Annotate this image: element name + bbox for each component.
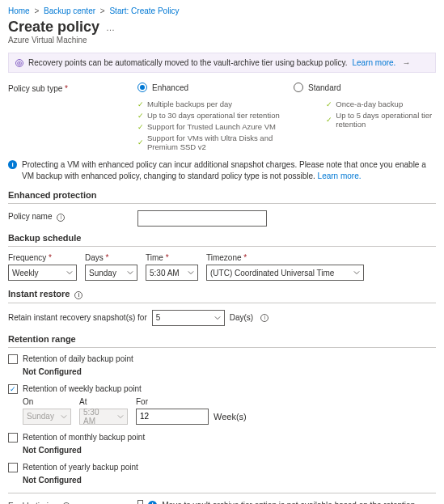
page-title: Create policy [8, 19, 99, 36]
info-text: Protecting a VM with enhanced policy can… [22, 160, 426, 180]
frequency-label: Frequency * [8, 253, 77, 262]
daily-retention-status: Not Configured [23, 367, 436, 376]
instant-restore-label: Retain instant recovery snapshot(s) for [8, 313, 147, 322]
chevron-down-icon [188, 269, 194, 277]
info-icon: i [148, 501, 157, 505]
enhanced-policy-info: i Protecting a VM with enhanced policy c… [8, 159, 436, 182]
frequency-select[interactable]: Weekly [8, 265, 77, 281]
daily-retention-label: Retention of daily backup point [23, 354, 133, 363]
more-icon[interactable]: … [106, 23, 116, 32]
help-icon[interactable]: i [74, 291, 82, 299]
tiering-note: Move to vault-archive tier option is not… [162, 501, 415, 505]
weekly-retention-label: Retention of weekly backup point [23, 384, 142, 393]
instant-restore-days-select[interactable]: 5 [152, 310, 225, 326]
weekly-at-label: At [79, 397, 128, 406]
backup-schedule-heading: Backup schedule [8, 233, 436, 243]
radio-enhanced[interactable]: Enhanced [137, 83, 188, 92]
weekly-on-select: Sunday [23, 409, 71, 425]
enhanced-features: ✓Multiple backups per day ✓Up to 30 days… [137, 100, 294, 151]
days-select[interactable]: Sunday [85, 265, 137, 281]
check-icon: ✓ [137, 123, 144, 131]
enable-tiering-checkbox[interactable] [137, 500, 143, 505]
weekly-on-label: On [23, 397, 71, 406]
daily-retention-checkbox[interactable] [8, 354, 18, 364]
policy-name-input[interactable] [137, 210, 267, 227]
chevron-right-icon: > [100, 6, 105, 15]
weekly-retention-checkbox[interactable] [8, 384, 18, 394]
info-learn-more-link[interactable]: Learn more. [318, 172, 362, 180]
help-icon[interactable]: i [57, 214, 65, 222]
banner-text: Recovery points can be automatically mov… [28, 58, 347, 67]
radio-enhanced-label: Enhanced [152, 83, 188, 92]
chevron-down-icon [353, 269, 360, 277]
check-icon: ✓ [137, 112, 144, 120]
yearly-retention-status: Not Configured [23, 476, 436, 485]
breadcrumb-backup-center[interactable]: Backup center [44, 6, 95, 15]
weekly-for-label: For [136, 397, 247, 406]
yearly-retention-label: Retention of yearly backup point [23, 463, 138, 472]
banner-learn-more-link[interactable]: Learn more. [352, 58, 395, 67]
chevron-down-icon [66, 269, 73, 277]
breadcrumb: Home > Backup center > Start: Create Pol… [8, 6, 436, 15]
check-icon: ✓ [326, 116, 332, 124]
info-icon: i [8, 160, 17, 169]
check-icon: ✓ [326, 100, 332, 108]
policy-name-label: Policy name i [8, 210, 137, 222]
radio-standard[interactable]: Standard [294, 83, 341, 92]
instant-restore-unit: Day(s) [230, 313, 253, 322]
monthly-retention-checkbox[interactable] [8, 433, 18, 443]
arrow-right-icon: → [402, 58, 410, 67]
weekly-at-select: 5:30 AM [79, 409, 128, 425]
chevron-down-icon [127, 269, 133, 277]
retention-range-heading: Retention range [8, 334, 436, 344]
chevron-down-icon [61, 413, 67, 421]
monthly-retention-status: Not Configured [23, 446, 436, 455]
chevron-right-icon: > [34, 6, 39, 15]
help-icon[interactable]: i [260, 314, 269, 322]
timezone-select[interactable]: (UTC) Coordinated Universal Time [206, 265, 364, 281]
timezone-label: Timezone * [206, 253, 364, 262]
weekly-for-input[interactable] [136, 409, 209, 425]
radio-standard-label: Standard [308, 83, 341, 92]
enable-tiering-label: Enable tiering i [8, 500, 137, 505]
yearly-retention-checkbox[interactable] [8, 463, 18, 472]
monthly-retention-label: Retention of monthly backup point [23, 433, 145, 442]
breadcrumb-home[interactable]: Home [8, 6, 30, 15]
instant-restore-heading: Instant restore i [8, 289, 436, 299]
enhanced-protection-heading: Enhanced protection [8, 190, 436, 200]
chevron-down-icon [214, 314, 221, 323]
archive-tier-banner: ◎ Recovery points can be automatically m… [8, 53, 436, 73]
time-select[interactable]: 5:30 AM [146, 265, 198, 281]
breadcrumb-create-policy[interactable]: Start: Create Policy [109, 6, 179, 15]
policy-subtype-label: Policy sub type * [8, 83, 137, 93]
radio-icon [294, 83, 303, 92]
check-icon: ✓ [137, 100, 144, 108]
radio-icon [137, 83, 147, 92]
target-icon: ◎ [15, 59, 23, 67]
check-icon: ✓ [137, 138, 144, 146]
time-label: Time * [146, 253, 198, 262]
page-subtitle: Azure Virtual Machine [8, 36, 436, 44]
standard-features: ✓Once-a-day backup ✓Up to 5 days operati… [326, 100, 436, 151]
chevron-down-icon [117, 413, 124, 421]
days-label: Days * [85, 253, 137, 262]
weekly-for-unit: Week(s) [214, 412, 247, 421]
